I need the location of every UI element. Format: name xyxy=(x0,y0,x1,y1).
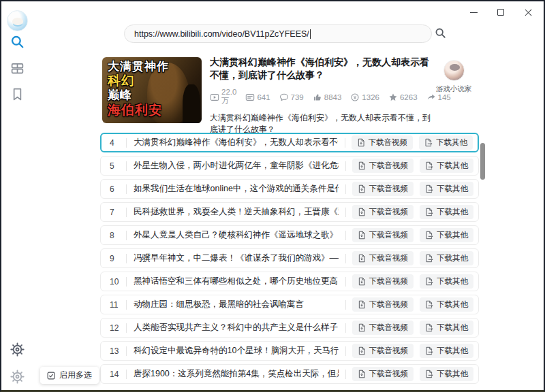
download-other-button[interactable]: 下载其他 xyxy=(420,274,473,289)
sidebar xyxy=(1,1,34,390)
scrollbar-thumb[interactable] xyxy=(480,143,485,180)
download-other-button[interactable]: 下载其他 xyxy=(420,251,473,265)
file-media-icon xyxy=(358,346,366,355)
video-thumbnail[interactable]: 大满贯神作科幻巅峰海伯利安 xyxy=(102,57,202,123)
video-row[interactable]: 14 唐探1900：这系列竟然能拍第4集，笑点枪出天际，但是中印联合反美 下载音… xyxy=(100,364,479,384)
row-index: 13 xyxy=(110,346,126,356)
video-row[interactable]: 5 外星生物入侵，两小时进化两亿年，童年阴影《进化危机》洗发水拯救世界！ 下载音… xyxy=(100,156,479,176)
bookmark-icon xyxy=(10,87,25,101)
sidebar-item-download-settings[interactable] xyxy=(10,342,25,357)
download-other-button[interactable]: 下载其他 xyxy=(420,321,473,335)
download-other-button[interactable]: 下载其他 xyxy=(420,297,473,312)
divider xyxy=(345,254,346,263)
divider xyxy=(126,138,127,148)
divider xyxy=(345,184,346,194)
divider xyxy=(126,184,127,194)
video-row[interactable]: 6 如果我们生活在地球online中，这个游戏的通关条件是什么？ 下载音视频 下… xyxy=(100,179,479,199)
video-row[interactable]: 4 大满贯科幻巅峰神作《海伯利安》，无数人却表示看不懂，到底讲了什么故... 下… xyxy=(100,133,479,152)
download-other-button[interactable]: 下载其他 xyxy=(420,205,473,219)
video-row[interactable]: 8 外星人竟是人类自己？硬核科幻神作《遥远地球之歌》 下载音视频 下载其他 xyxy=(100,225,479,245)
video-info: 大满贯科幻巅峰神作《海伯利安》，无数人却表示看不懂，到底讲了什么故事？ 22.0… xyxy=(210,56,435,135)
uploader-name: 游戏小说家 xyxy=(435,84,473,94)
download-other-button[interactable]: 下载其他 xyxy=(419,135,473,150)
stat-value: 145 xyxy=(438,93,451,101)
row-index: 14 xyxy=(110,370,126,379)
row-index: 8 xyxy=(110,231,126,240)
download-av-button[interactable]: 下载音视频 xyxy=(352,297,414,312)
multiselect-label: 启用多选 xyxy=(59,370,92,381)
sidebar-item-search[interactable] xyxy=(10,35,25,49)
download-av-button[interactable]: 下载音视频 xyxy=(352,228,414,242)
download-other-button[interactable]: 下载其他 xyxy=(420,228,473,242)
row-title: 如果我们生活在地球online中，这个游戏的通关条件是什么？ xyxy=(134,183,339,195)
file-export-icon xyxy=(425,231,433,240)
file-media-icon xyxy=(357,138,365,147)
video-row[interactable]: 11 动物庄园：细思极恐，最黑暗的社会讽喻寓言 下载音视频 下载其他 xyxy=(100,295,479,314)
enable-multiselect-button[interactable]: 启用多选 xyxy=(40,367,99,384)
uploader-avatar[interactable] xyxy=(443,60,465,81)
download-av-button[interactable]: 下载音视频 xyxy=(352,321,414,335)
file-export-icon xyxy=(425,184,433,193)
video-row[interactable]: 9 冯骥早年神文，中二爆表！《谁谋杀了我们的游戏》——资本！ 下载音视频 下载其… xyxy=(100,248,479,268)
search-icon xyxy=(435,27,448,41)
row-title: 民科拯救世界，戏耍全人类！逆天抽象科幻，王晋康《逃离母宇宙》 xyxy=(134,206,339,218)
download-av-button[interactable]: 下载音视频 xyxy=(352,159,414,173)
video-title: 大满贯科幻巅峰神作《海伯利安》，无数人却表示看不懂，到底讲了什么故事？ xyxy=(210,56,435,82)
file-media-icon xyxy=(358,300,366,309)
divider xyxy=(126,370,127,379)
download-av-button[interactable]: 下载音视频 xyxy=(352,367,414,381)
download-other-button[interactable]: 下载其他 xyxy=(420,367,473,381)
file-export-icon xyxy=(425,300,433,309)
url-search-button[interactable] xyxy=(435,27,448,41)
thumbnail-text: 大满贯神作科幻巅峰海伯利安 xyxy=(108,60,169,118)
file-export-icon xyxy=(425,370,433,378)
divider xyxy=(126,300,127,310)
download-av-button[interactable]: 下载音视频 xyxy=(352,205,414,219)
file-media-icon xyxy=(358,323,366,332)
coin-icon xyxy=(350,93,360,102)
video-info-card: 大满贯神作科幻巅峰海伯利安 大满贯科幻巅峰神作《海伯利安》，无数人却表示看不懂，… xyxy=(102,56,476,124)
download-other-button[interactable]: 下载其他 xyxy=(420,344,473,358)
divider xyxy=(345,208,346,217)
row-index: 11 xyxy=(110,300,126,310)
file-export-icon xyxy=(425,323,433,332)
stat-item: 22.0万 xyxy=(210,88,236,106)
download-av-button[interactable]: 下载音视频 xyxy=(352,251,414,265)
divider xyxy=(345,138,345,148)
uploader[interactable]: 游戏小说家 xyxy=(435,60,473,94)
video-row[interactable]: 13 科幻设定中最诡异奇特的10个星球！脑洞大开，天马行空！ 下载音视频 下载其… xyxy=(100,341,479,361)
stat-item: 739 xyxy=(279,93,304,102)
maximize-button[interactable] xyxy=(492,5,510,19)
download-av-button[interactable]: 下载音视频 xyxy=(352,274,414,289)
row-index: 9 xyxy=(110,254,126,263)
gear-icon xyxy=(10,370,25,384)
download-other-button[interactable]: 下载其他 xyxy=(420,159,473,173)
close-button[interactable] xyxy=(519,5,537,19)
download-av-button[interactable]: 下载音视频 xyxy=(352,182,414,196)
url-input[interactable]: https://www.bilibili.com/video/BV11pZcYF… xyxy=(124,24,432,43)
like-icon xyxy=(313,93,322,102)
file-media-icon xyxy=(358,208,366,216)
file-media-icon xyxy=(358,370,366,378)
file-media-icon xyxy=(358,184,366,193)
row-title: 动物庄园：细思极恐，最黑暗的社会讽喻寓言 xyxy=(134,299,339,310)
minimize-button[interactable] xyxy=(465,5,482,19)
sidebar-item-tasks[interactable] xyxy=(10,61,25,76)
download-other-button[interactable]: 下载其他 xyxy=(420,182,473,196)
download-av-button[interactable]: 下载音视频 xyxy=(352,344,414,358)
row-title: 黑神话悟空和三体有哪些相似之处，哪个历史地位更高？ xyxy=(134,276,339,287)
download-av-button[interactable]: 下载音视频 xyxy=(352,135,414,150)
sidebar-item-favorites[interactable] xyxy=(10,87,25,101)
file-export-icon xyxy=(425,277,433,286)
video-row[interactable]: 12 人类能否实现共产主义？科幻中的共产主义是什么样子？ 下载音视频 下载其他 xyxy=(100,318,479,338)
file-export-icon xyxy=(425,208,433,216)
sidebar-item-settings[interactable] xyxy=(10,370,25,384)
video-row[interactable]: 10 黑神话悟空和三体有哪些相似之处，哪个历史地位更高？ 下载音视频 下载其他 xyxy=(100,272,479,291)
divider xyxy=(126,277,127,287)
user-avatar[interactable] xyxy=(7,10,28,31)
stat-value: 1326 xyxy=(362,93,379,101)
divider xyxy=(126,161,127,171)
row-index: 4 xyxy=(110,138,126,148)
divider xyxy=(345,161,346,171)
video-row[interactable]: 7 民科拯救世界，戏耍全人类！逆天抽象科幻，王晋康《逃离母宇宙》 下载音视频 下… xyxy=(100,202,479,222)
